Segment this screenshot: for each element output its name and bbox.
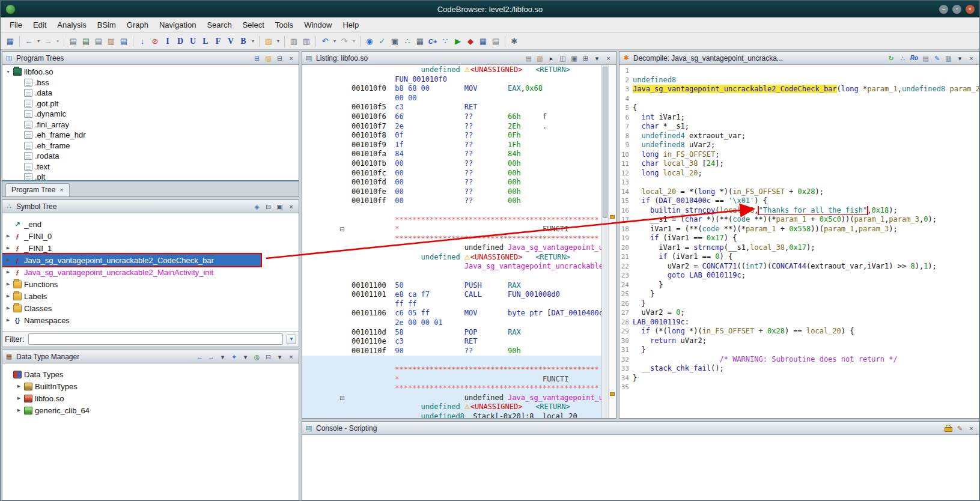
rename-icon[interactable]: Ro — [910, 54, 918, 62]
listing-header[interactable]: ▤ Listing: libfoo.so ▤▥▸◫▣⊞▾× — [302, 52, 616, 65]
snapshot-icon[interactable]: ▣ — [570, 54, 578, 62]
tree-item--dynamic[interactable]: .dynamic — [2, 109, 299, 120]
decompile-line[interactable]: 23 goto LAB_0010119c; — [621, 271, 979, 281]
tree-item--eh-frame-hdr[interactable]: .eh_frame_hdr — [2, 130, 299, 141]
listing-line[interactable]: 00101100 50 PUSH RAX — [352, 281, 616, 291]
listing-line[interactable]: undefined ⚠<UNASSIGNED> <RETURN> — [302, 402, 616, 412]
listing-line[interactable]: 0010110f 90 ?? 90h — [352, 347, 616, 356]
forward-menu-icon[interactable]: ▾ — [55, 35, 61, 48]
expander-icon[interactable]: ▶ — [5, 294, 11, 299]
tree-item--fini-1[interactable]: ▶ƒ_FINI_1 — [2, 242, 299, 254]
close-icon[interactable]: × — [287, 202, 295, 211]
memory-viewer-icon[interactable]: ▦ — [477, 35, 489, 48]
call-graph-icon[interactable]: ∵ — [439, 35, 451, 48]
listing-line[interactable] — [352, 206, 616, 216]
menu-tools[interactable]: Tools — [270, 19, 299, 31]
back-menu-icon[interactable]: ▾ — [35, 35, 41, 48]
collapse-icon[interactable]: ⊟ — [339, 225, 344, 234]
decompile-header[interactable]: ✱ Decompile: Java_sg_vantagepoint_uncrac… — [619, 52, 979, 65]
next-varied-icon[interactable]: V — [225, 35, 237, 48]
globe-icon[interactable]: ◎ — [253, 353, 261, 361]
decompile-line[interactable]: 8 undefined4 extraout_var; — [621, 132, 979, 141]
export-icon[interactable]: ▥ — [945, 54, 952, 62]
tree-item-java-sg-vantagepoint-uncrackable2-mainactivity-init[interactable]: ▶ƒJava_sg_vantagepoint_uncrackable2_Main… — [2, 266, 299, 278]
expander-icon[interactable]: ▶ — [5, 234, 11, 238]
listing-line[interactable]: undefined ⚠<UNASSIGNED> <RETURN> — [352, 65, 616, 75]
tree-item-data-types[interactable]: Data Types — [2, 368, 299, 380]
listing-line[interactable]: FUN_001010f0 — [352, 75, 616, 85]
listing-line[interactable]: ****************************************… — [352, 216, 616, 225]
menu-bsim[interactable]: BSim — [92, 19, 121, 31]
decompile-line[interactable]: 10 long in_FS_OFFSET; — [621, 150, 979, 160]
listing-line[interactable]: ****************************************… — [352, 234, 616, 244]
tab-close-icon[interactable]: × — [59, 186, 63, 193]
listing-line[interactable]: 001010f5 c3 RET — [352, 103, 616, 112]
expander-icon[interactable]: ▶ — [16, 396, 22, 401]
listing-line[interactable]: 001010ff 00 ?? 00h — [352, 196, 616, 206]
listing-line[interactable]: 0010110e c3 RET — [352, 337, 616, 347]
decompile-line[interactable]: 29 if (*(long *)(in_FS_OFFSET + 0x28) ==… — [621, 327, 979, 336]
listing-line[interactable]: 001010fd 00 ?? 00h — [352, 178, 616, 187]
tree-item-libfoo-so[interactable]: ▶libfoo.so — [2, 392, 299, 404]
decompile-line[interactable]: 19 if (iVar1 == 0x17) { — [621, 234, 979, 243]
expander-icon[interactable]: ▶ — [5, 258, 11, 263]
listing-line[interactable]: 001010f7 2e ?? 2Eh . — [352, 122, 616, 132]
console-output[interactable] — [302, 435, 979, 500]
listing-line[interactable] — [302, 356, 616, 365]
expander-icon[interactable]: ▶ — [16, 408, 22, 413]
listing-line[interactable]: ⊟ undefined Java_sg_vantagepoint_un — [302, 393, 616, 403]
listing-line[interactable]: undefined8 Stack[-0x20]:8 local_20 — [302, 412, 616, 418]
menu-search[interactable]: Search — [201, 19, 237, 31]
listing-scrollbar[interactable] — [601, 65, 608, 418]
tree-item-namespaces[interactable]: ▶{}Namespaces — [2, 314, 299, 326]
next-icon[interactable]: → — [207, 353, 215, 361]
diff-view-icon[interactable]: ◫ — [559, 54, 567, 62]
decompile-line[interactable]: 31 } — [621, 345, 979, 355]
tree-item-classes[interactable]: ▶Classes — [2, 302, 299, 314]
close-icon[interactable]: × — [604, 54, 612, 62]
cut-icon[interactable]: ▥ — [288, 35, 300, 48]
decompile-line[interactable]: 27 uVar2 = 0; — [621, 308, 979, 318]
expander-icon[interactable]: ▶ — [5, 318, 11, 323]
decompile-line[interactable]: 11 char local_38 [24]; — [621, 159, 979, 169]
undo-icon[interactable]: ↶ — [319, 35, 331, 48]
cursor-location-icon[interactable]: ▸ — [547, 54, 555, 62]
listing-line[interactable]: 001010fa 84 ?? 84h — [352, 150, 616, 159]
menu-file[interactable]: File — [4, 19, 28, 31]
decompile-line[interactable]: 2undefined8 — [621, 76, 979, 85]
tree-item-functions[interactable]: ▶Functions — [2, 278, 299, 290]
undo-menu-icon[interactable]: ▾ — [332, 35, 338, 48]
breakpoint-icon[interactable]: ◆ — [464, 35, 476, 48]
listing-line[interactable]: undefined ⚠<UNASSIGNED> <RETURN> — [352, 253, 616, 263]
run-script-icon[interactable]: ▶ — [452, 35, 464, 48]
snapshot-icon[interactable]: ▣ — [389, 35, 401, 48]
decompile-line[interactable]: 12 long local_20; — [621, 169, 979, 178]
previous-icon[interactable]: ← — [196, 353, 204, 361]
clear-console-icon[interactable]: ✎ — [956, 424, 964, 433]
refresh-icon[interactable]: ↻ — [887, 54, 895, 62]
back-icon[interactable]: ← — [23, 35, 35, 48]
listing-line[interactable]: 001010f0 b8 68 00 MOV EAX,0x68 — [352, 84, 616, 94]
decompile-line[interactable]: 16 builtin_strncpy(local_38,"Thanks for … — [621, 206, 979, 216]
expander-icon[interactable]: ▶ — [5, 306, 11, 311]
menu-navigation[interactable]: Navigation — [154, 19, 201, 31]
next-label-icon[interactable]: L — [199, 35, 212, 48]
save-as-icon[interactable]: ▤ — [80, 35, 92, 48]
tree-item--fini-0[interactable]: ▶ƒ_FINI_0 — [2, 230, 299, 242]
close-icon[interactable]: × — [967, 54, 975, 62]
next-menu-icon[interactable]: ▾ — [250, 35, 256, 48]
decompile-line[interactable]: 15 if (DAT_0010400c == '\x01') { — [621, 196, 979, 206]
listing-line[interactable]: 001010fe 00 ?? 00h — [352, 187, 616, 197]
decompile-line[interactable]: 13 — [621, 178, 979, 187]
menu-analysis[interactable]: Analysis — [52, 19, 91, 31]
bookmarks-menu-icon[interactable]: ▾ — [275, 35, 281, 48]
listing-line[interactable]: ff ff — [352, 300, 616, 309]
history-menu-icon[interactable]: ▾ — [219, 353, 227, 361]
open-folder-icon[interactable]: ▨ — [264, 54, 272, 62]
tree-item-generic-clib-64[interactable]: ▶generic_clib_64 — [2, 404, 299, 416]
decompile-line[interactable]: 32 /* WARNING: Subroutine does not retur… — [621, 355, 979, 365]
copy-icon[interactable]: ▤ — [922, 54, 930, 62]
expander-icon[interactable]: ▼ — [5, 70, 11, 74]
collapse-icon[interactable]: ⊟ — [339, 393, 344, 403]
decompile-line[interactable]: 28LAB_0010119c: — [621, 318, 979, 327]
